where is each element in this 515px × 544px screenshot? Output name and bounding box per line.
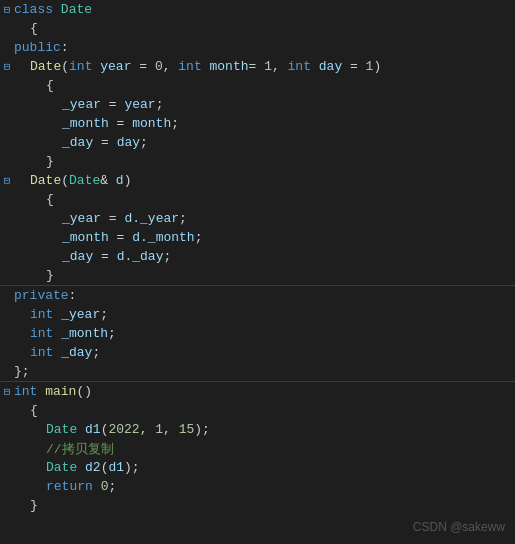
code-token: int <box>14 384 37 399</box>
code-token: } <box>30 498 38 513</box>
code-token: { <box>30 403 38 418</box>
collapse-toggle[interactable]: ⊟ <box>0 385 14 398</box>
code-line: { <box>0 401 515 420</box>
code-line: ⊟Date(Date& d) <box>0 171 515 190</box>
code-token: ; <box>140 135 148 150</box>
code-token: : <box>61 40 69 55</box>
code-token: Date <box>30 173 61 188</box>
code-token: ; <box>108 479 116 494</box>
code-token: = <box>93 135 116 150</box>
code-token: int <box>30 307 53 322</box>
code-token: = <box>131 59 154 74</box>
code-token <box>37 384 45 399</box>
code-token: _year <box>61 307 100 322</box>
code-line: Date d2(d1); <box>0 458 515 477</box>
code-token: = <box>342 59 365 74</box>
code-token: Date <box>61 2 92 17</box>
code-token <box>53 2 61 17</box>
code-token: : <box>69 288 77 303</box>
collapse-toggle[interactable]: ⊟ <box>0 60 14 73</box>
code-token: ; <box>171 116 179 131</box>
code-token: month <box>210 59 249 74</box>
code-lines: ⊟class Date{public:⊟Date(int year = 0, i… <box>0 0 515 515</box>
code-line: { <box>0 190 515 209</box>
code-token: ; <box>92 345 100 360</box>
code-token: = <box>101 211 124 226</box>
code-token: }; <box>14 364 30 379</box>
code-line: { <box>0 19 515 38</box>
code-token: , <box>163 59 179 74</box>
code-token: = <box>109 230 132 245</box>
code-token: int <box>178 59 201 74</box>
code-token: day <box>117 135 140 150</box>
code-line: int _month; <box>0 324 515 343</box>
code-token: Date <box>46 460 77 475</box>
code-line: _month = d._month; <box>0 228 515 247</box>
code-line: } <box>0 266 515 285</box>
code-line: //拷贝复制 <box>0 439 515 458</box>
code-token: d2 <box>85 460 101 475</box>
code-token: _month <box>62 230 109 245</box>
code-token: ( <box>101 460 109 475</box>
code-token: return <box>46 479 93 494</box>
code-token: d1 <box>85 422 101 437</box>
code-token: _month <box>61 326 108 341</box>
code-token: Date <box>46 422 77 437</box>
code-token: = <box>109 116 132 131</box>
code-token <box>311 59 319 74</box>
code-line: ⊟int main() <box>0 382 515 401</box>
code-token: ; <box>179 211 187 226</box>
collapse-toggle[interactable]: ⊟ <box>0 3 14 16</box>
code-token: ; <box>100 307 108 322</box>
code-token: = <box>93 249 116 264</box>
code-token: //拷贝复制 <box>46 440 114 458</box>
code-token: ; <box>108 326 116 341</box>
code-token: 1 <box>155 422 163 437</box>
code-token: _month <box>62 116 109 131</box>
watermark: CSDN @sakeww <box>413 520 505 534</box>
code-token <box>202 59 210 74</box>
code-token: { <box>46 78 54 93</box>
code-token: private <box>14 288 69 303</box>
code-token: int <box>69 59 92 74</box>
code-token: ( <box>61 173 69 188</box>
code-token: public <box>14 40 61 55</box>
code-token: = <box>249 59 265 74</box>
code-token: _year <box>140 211 179 226</box>
code-token: ) <box>373 59 381 74</box>
code-token: 1 <box>264 59 272 74</box>
code-line: ⊟class Date <box>0 0 515 19</box>
code-token: ( <box>101 422 109 437</box>
code-line: _year = year; <box>0 95 515 114</box>
code-token: 0 <box>101 479 109 494</box>
code-token: Date <box>30 59 61 74</box>
code-token: _day <box>61 345 92 360</box>
code-token: 1 <box>366 59 374 74</box>
code-token: { <box>46 192 54 207</box>
code-line: int _year; <box>0 305 515 324</box>
code-token: day <box>319 59 342 74</box>
code-token: year <box>100 59 131 74</box>
code-token <box>77 422 85 437</box>
code-line: private: <box>0 286 515 305</box>
code-line: _month = month; <box>0 114 515 133</box>
code-token: _day <box>132 249 163 264</box>
code-token: ( <box>61 59 69 74</box>
code-token: } <box>46 268 54 283</box>
code-line: } <box>0 496 515 515</box>
code-line: ⊟Date(int year = 0, int month= 1, int da… <box>0 57 515 76</box>
code-token: int <box>288 59 311 74</box>
code-token: ); <box>194 422 210 437</box>
code-token: { <box>30 21 38 36</box>
code-token: class <box>14 2 53 17</box>
code-token <box>77 460 85 475</box>
code-token: = <box>101 97 124 112</box>
code-token <box>92 59 100 74</box>
code-token: int <box>30 345 53 360</box>
code-line: Date d1(2022, 1, 15); <box>0 420 515 439</box>
code-token: ; <box>156 97 164 112</box>
code-line: public: <box>0 38 515 57</box>
code-token: , <box>163 422 179 437</box>
code-token: 0 <box>155 59 163 74</box>
collapse-toggle[interactable]: ⊟ <box>0 174 14 187</box>
